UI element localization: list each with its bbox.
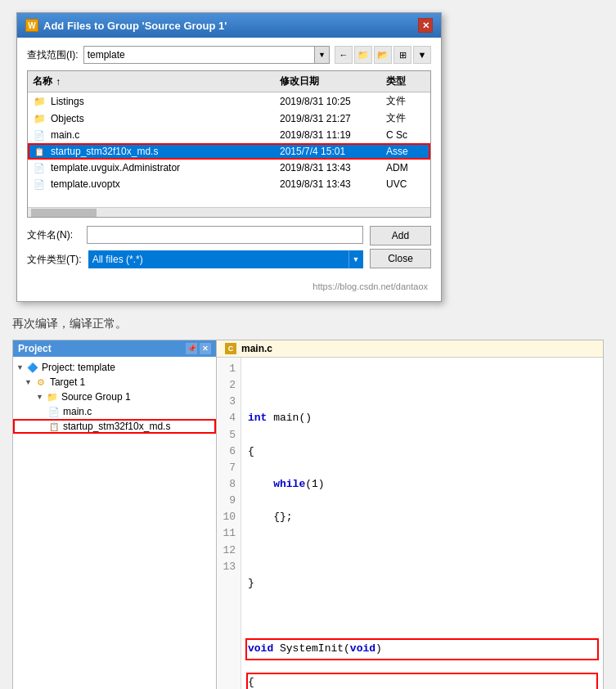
file-name: template.uvguix.Administrator: [47, 162, 275, 173]
dialog-title: Add Files to Group 'Source Group 1': [43, 20, 227, 32]
c-file-icon: 📄: [31, 128, 47, 142]
code-line-10: {: [248, 674, 596, 689]
look-in-combo[interactable]: template ▼: [83, 46, 330, 64]
filetype-label: 文件类型(T):: [27, 253, 82, 267]
view-dropdown-btn[interactable]: ▼: [413, 46, 431, 64]
code-line-2: int main(): [248, 410, 596, 426]
source-group-icon: 📁: [46, 391, 59, 403]
code-content[interactable]: int main() { while(1) {}; } void SystemI…: [241, 358, 603, 689]
look-in-label: 查找范围(I):: [27, 48, 79, 62]
tree-label-source-group: Source Group 1: [61, 391, 131, 403]
file-row[interactable]: 📄 template.uvguix.Administrator 2019/8/3…: [28, 160, 430, 176]
code-line-1: [248, 377, 596, 394]
file-name: template.uvoptx: [47, 178, 275, 190]
col-type-header[interactable]: 类型: [381, 73, 430, 90]
project-icon: 🔷: [26, 362, 39, 373]
file-type: C Sc: [381, 129, 430, 141]
add-button[interactable]: Add: [370, 226, 431, 245]
dialog-title-left: W Add Files to Group 'Source Group 1': [25, 19, 227, 32]
line-numbers: 1 2 3 4 5 6 7 8 9 10 11 12 13: [217, 358, 241, 689]
file-date: 2019/8/31 13:43: [275, 178, 381, 190]
file-icon: 📄: [31, 178, 47, 191]
tree-label-main-c: main.c: [63, 406, 92, 417]
file-type: Asse: [381, 146, 430, 157]
editor-tab[interactable]: C main.c: [217, 340, 603, 358]
pin-icon[interactable]: 📌: [186, 343, 197, 354]
look-in-dropdown-arrow[interactable]: ▼: [315, 46, 330, 64]
file-name: Listings: [47, 96, 275, 107]
filename-label: 文件名(N):: [27, 228, 80, 242]
tree-label-startup: startup_stm32f10x_md.s: [63, 421, 170, 432]
code-line-8: [248, 608, 596, 624]
file-row[interactable]: 📄 main.c 2019/8/31 11:19 C Sc: [28, 127, 430, 143]
file-list-body[interactable]: 📁 Listings 2019/8/31 10:25 文件 📁 Objects …: [28, 92, 430, 207]
look-in-row: 查找范围(I): template ▼ ← 📁 📂 ⊞ ▼: [27, 46, 431, 64]
expand-arrow: ▼: [16, 363, 24, 372]
close-panel-btn[interactable]: ✕: [200, 343, 211, 354]
file-row[interactable]: 📁 Listings 2019/8/31 10:25 文件: [28, 92, 430, 110]
filetype-row: 文件类型(T): All files (*.*) ▼: [27, 250, 363, 268]
file-date: 2015/7/4 15:01: [275, 146, 381, 157]
file-name: Objects: [47, 113, 275, 124]
toolbar-icons: ← 📁 📂 ⊞ ▼: [335, 46, 431, 64]
filename-input[interactable]: [87, 226, 363, 244]
tree-item-main-c[interactable]: 📄 main.c: [13, 404, 216, 419]
file-name: main.c: [47, 129, 275, 141]
tree-item-target[interactable]: ▼ ⚙ Target 1: [13, 375, 216, 390]
tree-label-target: Target 1: [50, 376, 85, 388]
tree-item-project[interactable]: ▼ 🔷 Project: template: [13, 360, 216, 375]
code-area[interactable]: 1 2 3 4 5 6 7 8 9 10 11 12 13 int main()…: [217, 358, 603, 689]
col-name-header[interactable]: 名称 ↑: [28, 73, 275, 90]
dialog-app-icon: W: [25, 19, 38, 32]
folder-icon: 📁: [31, 112, 47, 125]
code-line-4: while(1): [248, 476, 596, 493]
look-in-input[interactable]: template: [83, 46, 315, 64]
expand-arrow: ▼: [25, 378, 32, 386]
project-panel: Project 📌 ✕ ▼ 🔷 Project: template ▼ ⚙ Ta…: [12, 340, 217, 689]
nav-back-btn[interactable]: ←: [335, 46, 353, 64]
filetype-dropdown-arrow[interactable]: ▼: [348, 250, 363, 268]
list-scrollbar[interactable]: [28, 207, 430, 217]
file-date: 2019/8/31 13:43: [275, 162, 381, 173]
project-titlebar: Project 📌 ✕: [13, 340, 216, 357]
file-date: 2019/8/31 11:19: [275, 129, 381, 141]
code-line-5: {};: [248, 509, 596, 525]
code-editor: C main.c 1 2 3 4 5 6 7 8 9 10 11 12 13 i…: [217, 340, 604, 689]
asm-file-icon: 📋: [31, 145, 47, 158]
dialog-buttons: Add Close: [370, 226, 431, 268]
new-folder-btn[interactable]: 📂: [374, 46, 392, 64]
scrollbar-thumb[interactable]: [31, 209, 97, 217]
close-button[interactable]: Close: [370, 249, 431, 268]
code-line-6: [248, 543, 596, 559]
file-type: ADM: [381, 162, 430, 173]
bottom-section: Project 📌 ✕ ▼ 🔷 Project: template ▼ ⚙ Ta…: [0, 340, 616, 689]
dialog-close-btn[interactable]: ✕: [418, 18, 433, 33]
tab-icon: C: [225, 343, 236, 354]
file-row[interactable]: 📁 Objects 2019/8/31 21:27 文件: [28, 110, 430, 127]
dialog-wrapper: W Add Files to Group 'Source Group 1' ✕ …: [0, 0, 616, 310]
file-row[interactable]: 📄 template.uvoptx 2019/8/31 13:43 UVC: [28, 176, 430, 192]
file-type: UVC: [381, 178, 430, 190]
nav-up-btn[interactable]: 📁: [354, 46, 372, 64]
file-type: 文件: [381, 111, 430, 125]
sort-arrow: ↑: [56, 76, 61, 88]
c-file-tree-icon: 📄: [47, 406, 61, 417]
target-icon: ⚙: [34, 376, 47, 388]
view-toggle-btn[interactable]: ⊞: [393, 46, 411, 64]
filename-row: 文件名(N):: [27, 226, 363, 244]
project-title-icons: 📌 ✕: [186, 343, 211, 354]
file-row-startup[interactable]: 📋 startup_stm32f10x_md.s 2015/7/4 15:01 …: [28, 143, 430, 160]
asm-file-tree-icon: 📋: [47, 421, 61, 432]
tab-label: main.c: [241, 343, 272, 354]
file-list-area: 名称 ↑ 修改日期 类型 📁 Listings 2019/8/31 10:25 …: [27, 70, 431, 218]
filetype-select[interactable]: All files (*.*): [88, 250, 348, 268]
file-icon: 📄: [31, 161, 47, 174]
project-tree: ▼ 🔷 Project: template ▼ ⚙ Target 1 ▼ 📁 S…: [13, 357, 216, 437]
tree-item-startup[interactable]: 📋 startup_stm32f10x_md.s: [13, 419, 216, 434]
dialog-titlebar: W Add Files to Group 'Source Group 1' ✕: [17, 13, 441, 38]
dialog-watermark: https://blog.csdn.net/dantaox: [27, 280, 431, 293]
code-line-7: }: [248, 575, 596, 592]
middle-text: 再次编译，编译正常。: [0, 310, 616, 340]
tree-item-source-group[interactable]: ▼ 📁 Source Group 1: [13, 390, 216, 404]
col-date-header[interactable]: 修改日期: [275, 73, 381, 90]
